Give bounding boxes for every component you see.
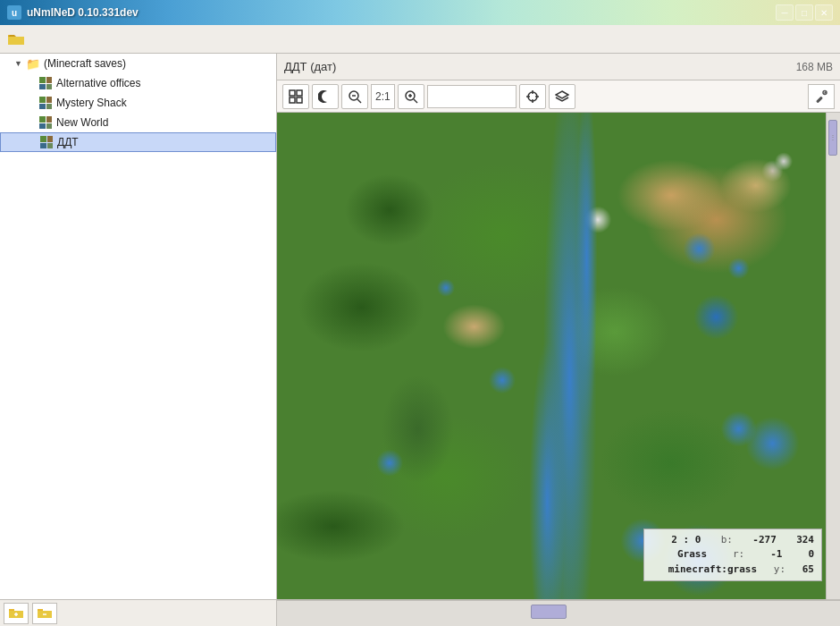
block-val: minecraft:grass (668, 563, 757, 578)
minimize-button[interactable]: ─ (776, 4, 794, 21)
scrollbar-dots: ⋮ (829, 134, 836, 141)
r-z: 0 (808, 547, 814, 563)
grid-icon (289, 89, 303, 104)
app-title: uNmINeD 0.10.331dev (27, 6, 139, 19)
world-icon-mystery (38, 96, 54, 110)
tree-item-alternative-offices[interactable]: Alternative offices (0, 73, 276, 93)
saves-folder-icon: 📁 (25, 56, 41, 71)
tree-label-alt-offices: Alternative offices (56, 77, 141, 89)
maximize-button[interactable]: □ (795, 4, 813, 21)
world-icon-ddt (38, 135, 55, 149)
svg-rect-1 (290, 90, 295, 96)
map-header: ДДТ (дат) 168 MB (277, 54, 840, 80)
window-controls: ─ □ ✕ (776, 4, 833, 21)
tree-label-mystery-shack: Mystery Shack (56, 97, 127, 109)
folder-minus-icon (38, 606, 52, 621)
map-info-overlay: 2 : 0 b: -277 324 Grass r: -1 0 mi (643, 529, 822, 582)
info-row-coords: 2 : 0 b: -277 324 (651, 533, 814, 548)
tree-root[interactable]: ▼ 📁 (Minecraft saves) (0, 54, 276, 73)
svg-rect-3 (290, 97, 295, 103)
tree-item-new-world[interactable]: New World (0, 113, 276, 132)
grid-button[interactable] (282, 84, 309, 109)
svg-marker-17 (556, 91, 568, 98)
zoom-out-button[interactable] (341, 84, 368, 109)
folder-plus-icon (9, 606, 23, 621)
crosshair-button[interactable] (519, 84, 546, 109)
biome-val: Grass (677, 547, 707, 563)
settings-button[interactable] (808, 84, 835, 109)
add-world-button[interactable] (4, 603, 29, 624)
map-canvas-wrapper: 2 : 0 b: -277 324 Grass r: -1 0 mi (277, 113, 840, 599)
moon-icon (318, 89, 332, 104)
tree-item-ddt[interactable]: ДДТ (0, 132, 276, 152)
svg-rect-2 (297, 90, 302, 96)
svg-rect-20 (9, 609, 14, 611)
tree-label-new-world: New World (56, 116, 108, 129)
info-row-block: minecraft:grass y: 65 (651, 563, 814, 578)
map-title: ДДТ (дат) (284, 60, 336, 73)
layers-icon (555, 89, 569, 104)
layers-button[interactable] (549, 84, 575, 109)
b-x: -277 (752, 533, 777, 548)
map-search-input[interactable] (427, 85, 517, 108)
svg-line-7 (357, 99, 361, 103)
world-icon-new (38, 115, 54, 130)
b-z: 324 (796, 533, 814, 548)
r-x: -1 (770, 547, 782, 563)
y-val: 65 (802, 563, 814, 578)
zoom-in-icon (404, 89, 418, 104)
tree-label-ddt: ДДТ (57, 136, 79, 148)
map-toolbar: 2:1 (277, 80, 840, 113)
map-area: ДДТ (дат) 168 MB (277, 54, 840, 599)
app-icon: u (7, 5, 21, 20)
close-button[interactable]: ✕ (815, 4, 833, 21)
map-memory: 168 MB (796, 61, 833, 73)
scrollbar-track-v: ⋮ (827, 113, 840, 599)
map-scrollbar-vertical[interactable]: ⋮ (826, 113, 840, 599)
crosshair-icon (525, 89, 540, 104)
world-icon-alt (38, 76, 54, 90)
zoom-out-icon (348, 89, 362, 104)
svg-line-11 (414, 99, 417, 103)
tree-toggle-root: ▼ (14, 59, 25, 68)
remove-world-button[interactable] (32, 603, 57, 624)
main-layout: ▼ 📁 (Minecraft saves) Alternative office… (0, 54, 840, 599)
bottom-bar (0, 599, 840, 626)
saves-folder-label: (Minecraft saves) (44, 57, 126, 70)
app-toolbar (0, 25, 840, 54)
title-bar: u uNmINeD 0.10.331dev ─ □ ✕ (0, 0, 840, 25)
r-label: r: (733, 547, 744, 563)
map-pixels (277, 113, 840, 599)
tree-item-mystery-shack[interactable]: Mystery Shack (0, 93, 276, 113)
scrollbar-thumb-h[interactable] (531, 605, 567, 619)
zoom-level: 2:1 (371, 84, 395, 109)
open-folder-button[interactable] (4, 28, 29, 51)
b-label: b: (721, 533, 733, 548)
folder-open-icon (8, 32, 24, 47)
sidebar-bottom (0, 600, 277, 627)
map-scrollbar-horizontal[interactable] (277, 600, 840, 627)
map-canvas[interactable]: 2 : 0 b: -277 324 Grass r: -1 0 mi (277, 113, 840, 599)
svg-rect-4 (297, 97, 302, 103)
scrollbar-thumb-v[interactable]: ⋮ (828, 120, 837, 156)
coord-xy: 2 : 0 (671, 533, 701, 548)
night-mode-button[interactable] (312, 84, 339, 109)
wrench-icon (814, 89, 828, 104)
zoom-in-button[interactable] (398, 84, 424, 109)
info-row-biome: Grass r: -1 0 (651, 547, 814, 563)
y-label: y: (774, 563, 785, 578)
title-bar-left: u uNmINeD 0.10.331dev (7, 5, 139, 20)
svg-rect-18 (816, 96, 823, 103)
svg-rect-23 (38, 609, 43, 611)
sidebar: ▼ 📁 (Minecraft saves) Alternative office… (0, 54, 277, 599)
